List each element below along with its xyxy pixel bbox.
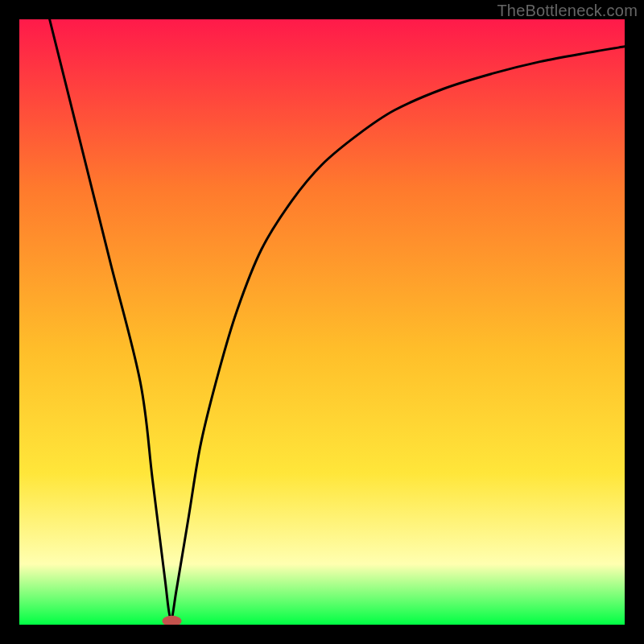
gradient-background: [19, 19, 625, 625]
chart-area: [19, 19, 625, 625]
chart-svg: [19, 19, 625, 625]
watermark-text: TheBottleneck.com: [497, 2, 638, 20]
